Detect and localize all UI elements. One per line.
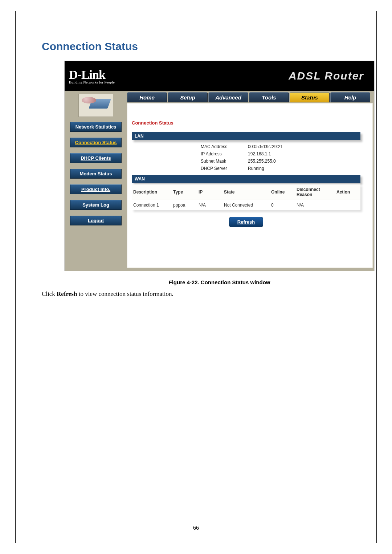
instruction-text: Click Refresh to view connection status … xyxy=(42,290,353,298)
lan-value-mask: 255.255.255.0 xyxy=(248,159,360,164)
tab-home[interactable]: Home xyxy=(127,92,167,102)
lan-info: MAC Address00:05:5d:9c:29:21 IP Address1… xyxy=(132,143,360,172)
router-image xyxy=(78,94,113,117)
wan-th-state: State xyxy=(222,184,270,200)
wan-cell-desc: Connection 1 xyxy=(132,200,172,211)
lan-label-mac: MAC Address xyxy=(201,144,248,149)
sidebar-item-modem-status[interactable]: Modem Status xyxy=(70,169,122,179)
wan-th-ip: IP xyxy=(197,184,222,200)
wan-cell-ip: N/A xyxy=(197,200,222,211)
wan-cell-type: pppoa xyxy=(172,200,197,211)
wan-table: Description Type IP State Online Disconn… xyxy=(132,184,360,210)
lan-value-dhcp: Running xyxy=(248,166,360,171)
sidebar-item-logout[interactable]: Logout xyxy=(70,216,122,225)
wan-cell-reason: N/A xyxy=(295,200,335,211)
sidebar-item-connection-status[interactable]: Connection Status xyxy=(70,138,122,147)
content-panel: Connection Status LAN MAC Address00:05:5… xyxy=(127,103,373,268)
wan-th-type: Type xyxy=(172,184,197,200)
section-title: Connection Status xyxy=(132,120,368,126)
wan-th-action: Action xyxy=(335,184,360,200)
tab-setup[interactable]: Setup xyxy=(168,92,208,102)
wan-section-header: WAN xyxy=(132,175,360,183)
tab-status[interactable]: Status xyxy=(290,92,330,102)
sidebar: Network Statistics Connection Status DHC… xyxy=(65,91,127,271)
wan-cell-state: Not Connected xyxy=(222,200,270,211)
brand-name: D-Link xyxy=(69,68,115,82)
lan-value-ip: 192.168.1.1 xyxy=(248,151,360,156)
router-ui-screenshot: D-Link Building Networks for People ADSL… xyxy=(64,61,375,271)
page-title: Connection Status xyxy=(42,40,353,53)
wan-cell-action xyxy=(335,200,360,211)
figure-caption: Figure 4-22. Connection Status window xyxy=(64,279,375,285)
tab-tools[interactable]: Tools xyxy=(249,92,289,102)
lan-label-ip: IP Address xyxy=(201,151,248,156)
lan-label-dhcp: DHCP Server xyxy=(201,166,248,171)
sidebar-item-network-statistics[interactable]: Network Statistics xyxy=(70,122,122,132)
router-header: D-Link Building Networks for People ADSL… xyxy=(65,61,374,91)
sidebar-item-system-log[interactable]: System Log xyxy=(70,200,122,210)
wan-row: Connection 1 pppoa N/A Not Connected 0 N… xyxy=(132,200,360,211)
tab-help[interactable]: Help xyxy=(330,92,370,102)
sidebar-item-product-info[interactable]: Product Info. xyxy=(70,184,122,194)
tab-advanced[interactable]: Advanced xyxy=(208,92,248,102)
sidebar-item-dhcp-clients[interactable]: DHCP Clients xyxy=(70,153,122,163)
brand-tagline: Building Networks for People xyxy=(69,80,115,84)
wan-th-description: Description xyxy=(132,184,172,200)
dlink-logo: D-Link Building Networks for People xyxy=(69,68,115,84)
page-number: 66 xyxy=(16,525,376,531)
lan-section-header: LAN xyxy=(132,132,360,140)
wan-th-online: Online xyxy=(270,184,295,200)
tab-row: Home Setup Advanced Tools Status Help xyxy=(127,91,374,102)
wan-cell-online: 0 xyxy=(270,200,295,211)
refresh-button[interactable]: Refresh xyxy=(229,217,263,227)
lan-label-mask: Subnet Mask xyxy=(201,159,248,164)
product-title: ADSL Router xyxy=(289,70,364,82)
wan-th-reason: Disconnect Reason xyxy=(295,184,335,200)
lan-value-mac: 00:05:5d:9c:29:21 xyxy=(248,144,360,149)
